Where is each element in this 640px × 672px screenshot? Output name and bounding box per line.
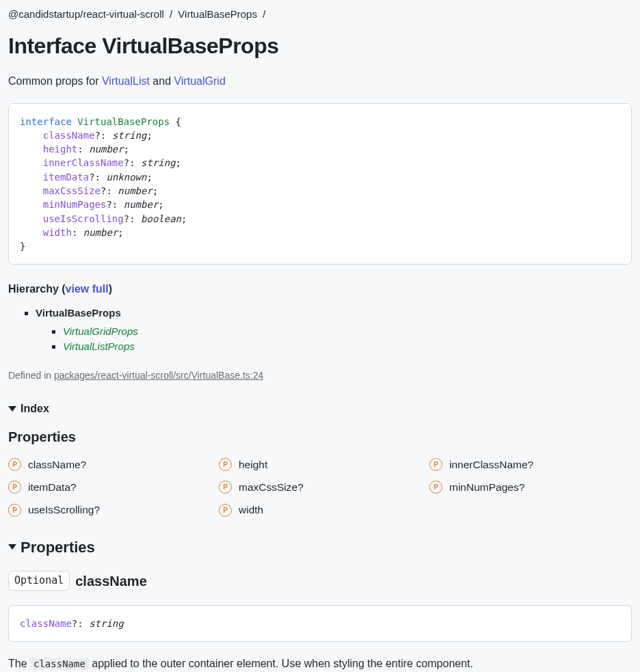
index-item[interactable]: PclassName? xyxy=(8,457,211,472)
defined-in: Defined in packages/react-virtual-scroll… xyxy=(8,368,632,383)
index-properties-heading: Properties xyxy=(8,427,632,447)
defined-in-label: Defined in xyxy=(8,370,54,381)
sig-opt: ?: xyxy=(72,618,83,629)
property-icon: P xyxy=(219,458,232,471)
hierarchy-child: VirtualGridProps xyxy=(63,324,632,340)
hierarchy-label-post: ) xyxy=(109,283,112,295)
hierarchy-heading: Hierarchy (view full) xyxy=(8,281,632,297)
chevron-down-icon xyxy=(8,544,16,550)
desc-text: and xyxy=(150,75,174,87)
property-icon: P xyxy=(8,458,21,471)
hierarchy-label-pre: Hierarchy ( xyxy=(8,283,66,295)
description: Common props for VirtualList and Virtual… xyxy=(8,73,632,90)
sig-prop-name: className xyxy=(20,618,72,629)
breadcrumb-pkg[interactable]: @candidstartup/react-virtual-scroll xyxy=(8,8,164,20)
hierarchy-view-full[interactable]: view full xyxy=(66,283,109,295)
properties-toggle[interactable]: Properties xyxy=(8,536,632,559)
properties-heading-label: Properties xyxy=(21,536,95,559)
chevron-down-icon xyxy=(8,406,16,412)
breadcrumb-sep: / xyxy=(260,8,268,20)
index-toggle[interactable]: Index xyxy=(8,401,632,417)
index-item-label: className? xyxy=(28,457,86,472)
property-icon: P xyxy=(219,481,232,494)
index-item-label: itemData? xyxy=(28,479,77,495)
index-item-label: height xyxy=(239,457,267,472)
index-grid: PclassName?PheightPinnerClassName?PitemD… xyxy=(8,457,632,518)
property-header: Optional className xyxy=(8,571,632,591)
optional-badge: Optional xyxy=(8,571,70,591)
breadcrumb-page[interactable]: VirtualBaseProps xyxy=(178,8,257,20)
index-item-label: useIsScrolling? xyxy=(28,502,100,518)
signature-panel: interface VirtualBaseProps { className?:… xyxy=(8,103,632,265)
prop-desc-pre: The xyxy=(8,658,30,669)
breadcrumb-sep: / xyxy=(167,8,175,20)
property-icon: P xyxy=(219,504,232,517)
index-item[interactable]: PuseIsScrolling? xyxy=(8,502,211,518)
hierarchy-child-link[interactable]: VirtualListProps xyxy=(63,340,135,352)
inline-code: className xyxy=(30,658,89,670)
hierarchy-child-link[interactable]: VirtualGridProps xyxy=(63,325,138,337)
property-icon: P xyxy=(429,458,442,471)
property-icon: P xyxy=(8,504,21,517)
page-title: Interface VirtualBaseProps xyxy=(8,29,632,62)
index-item-label: minNumPages? xyxy=(449,479,524,495)
index-item-label: innerClassName? xyxy=(449,457,533,472)
index-item[interactable]: PitemData? xyxy=(8,479,211,495)
property-icon: P xyxy=(8,481,21,494)
index-item[interactable]: Pheight xyxy=(219,457,421,472)
hierarchy-child: VirtualListProps xyxy=(63,339,632,355)
property-signature: className?: string xyxy=(8,605,632,642)
property-icon: P xyxy=(429,481,442,494)
link-virtualgrid[interactable]: VirtualGrid xyxy=(174,75,226,87)
prop-desc-post: applied to the outer container element. … xyxy=(89,658,473,669)
index-item[interactable]: Pwidth xyxy=(219,502,421,518)
desc-text: Common props for xyxy=(8,75,102,87)
index-item-label: width xyxy=(239,502,263,518)
index-heading: Index xyxy=(21,401,49,417)
property-description: The className applied to the outer conta… xyxy=(8,656,632,672)
index-item[interactable]: PmaxCssSize? xyxy=(219,479,421,495)
breadcrumb: @candidstartup/react-virtual-scroll / Vi… xyxy=(8,0,632,23)
index-item[interactable]: PminNumPages? xyxy=(429,479,632,495)
link-virtuallist[interactable]: VirtualList xyxy=(102,75,150,87)
hierarchy-list: VirtualBaseProps VirtualGridPropsVirtual… xyxy=(8,306,632,355)
defined-in-link[interactable]: packages/react-virtual-scroll/src/Virtua… xyxy=(54,370,263,381)
sig-type: string xyxy=(89,618,124,629)
index-item[interactable]: PinnerClassName? xyxy=(429,457,632,472)
property-name: className xyxy=(75,571,147,591)
index-item-label: maxCssSize? xyxy=(239,479,304,495)
hierarchy-root-label: VirtualBaseProps xyxy=(36,307,121,319)
hierarchy-root: VirtualBaseProps VirtualGridPropsVirtual… xyxy=(36,306,632,355)
